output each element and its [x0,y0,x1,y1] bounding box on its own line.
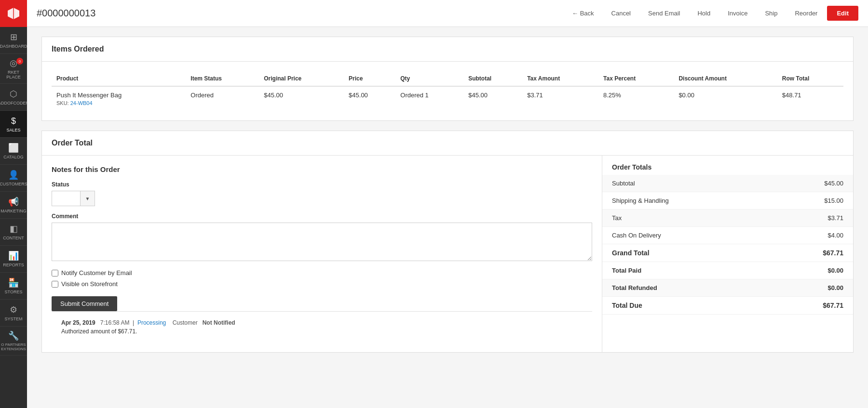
dashboard-icon: ⊞ [10,32,17,42]
history-section: Apr 25, 2019 7:16:58 AM | Processing Cus… [52,311,592,342]
history-time: 7:16:58 AM [100,319,130,326]
order-total-title: Order Total [42,131,853,156]
sidebar-item-addofcoder[interactable]: ⬡ Addofcoder [0,84,27,111]
visible-label[interactable]: Visible on Storefront [61,280,118,288]
grand-total-value: $67.71 [767,244,853,262]
shipping-row: Shipping & Handling $15.00 [602,192,853,210]
tax-amount-cell: $3.71 [522,86,598,111]
subtotal-value: $45.00 [767,175,853,192]
item-status-cell: Ordered [186,86,259,111]
grand-total-row: Grand Total $67.71 [602,244,853,262]
cancel-button[interactable]: Cancel [604,7,638,20]
row-total-cell: $48.71 [777,86,843,111]
visible-checkbox[interactable] [52,281,58,288]
content-area: Items Ordered Product Item Status Origin… [27,27,868,408]
status-input[interactable] [52,191,81,206]
comment-group: Comment [52,213,592,263]
order-totals-title: Order Totals [602,156,853,175]
main-content: #0000000013 ← Back Cancel Send Email Hol… [27,0,868,408]
total-paid-value: $0.00 [767,262,853,279]
product-name: Push It Messenger Bag [56,92,122,99]
col-original-price: Original Price [259,71,344,86]
shipping-value: $15.00 [767,192,853,210]
order-total-body: Notes for this Order Status ▼ Comment [42,156,853,352]
partners-icon: 🔧 [8,330,19,341]
notify-checkbox[interactable] [52,270,58,276]
sidebar-item-catalog[interactable]: ⬜ Catalog [0,138,27,165]
sidebar-item-content[interactable]: ◧ Content [0,219,27,246]
cod-label: Cash On Delivery [602,227,767,244]
table-row: Push It Messenger Bag SKU: 24-WB04 Order… [52,86,843,111]
tax-row: Tax $3.71 [602,210,853,227]
edit-button[interactable]: Edit [827,6,858,21]
notes-column: Notes for this Order Status ▼ Comment [42,156,602,352]
sidebar-item-partners[interactable]: 🔧 O Partners Extensions [0,327,27,355]
sku-link[interactable]: 24-WB04 [70,100,93,106]
comment-label: Comment [52,213,592,220]
catalog-icon: ⬜ [8,143,19,153]
sales-icon: $ [11,116,16,126]
sidebar-item-label: Addofcoder [0,101,27,105]
page-title: #0000000013 [37,8,564,19]
customers-icon: 👤 [8,170,19,180]
reorder-button[interactable]: Reorder [787,7,825,20]
sidebar-item-customers[interactable]: 👤 Customers [0,165,27,192]
sidebar-item-label: Sales [6,128,20,132]
history-status: Processing [137,319,166,326]
totals-column: Order Totals Subtotal $45.00 Shipping & … [602,156,853,352]
sidebar-item-dashboard[interactable]: ⊞ Dashboard [0,27,27,54]
tax-percent-cell: 8.25% [598,86,674,111]
stores-icon: 🏪 [8,277,19,288]
comment-textarea[interactable] [52,223,592,261]
col-product: Product [52,71,186,86]
col-item-status: Item Status [186,71,259,86]
status-dropdown-arrow[interactable]: ▼ [81,191,95,206]
sidebar-item-system[interactable]: ⚙ System [0,300,27,327]
tax-value: $3.71 [767,210,853,227]
total-due-value: $67.71 [767,297,853,315]
topbar: #0000000013 ← Back Cancel Send Email Hol… [27,0,868,27]
sidebar-item-label: Rket Place [1,70,26,79]
col-tax-amount: Tax Amount [522,71,598,86]
col-subtotal: Subtotal [463,71,522,86]
notify-checkbox-group: Notify Customer by Email [52,269,592,276]
sidebar-item-label: Dashboard [0,44,27,49]
discount-amount-cell: $0.00 [674,86,777,111]
product-cell: Push It Messenger Bag SKU: 24-WB04 [52,86,186,111]
back-button[interactable]: ← Back [564,7,602,20]
total-refunded-row: Total Refunded $0.00 [602,279,853,297]
submit-comment-button[interactable]: Submit Comment [52,296,117,311]
tax-label: Tax [602,210,767,227]
history-customer-label: Customer [173,319,198,326]
status-group: Status ▼ [52,181,592,206]
order-total-section: Order Total Notes for this Order Status … [41,131,854,353]
col-discount-amount: Discount Amount [674,71,777,86]
cod-row: Cash On Delivery $4.00 [602,227,853,244]
sidebar-item-sales[interactable]: $ Sales [0,111,27,138]
col-price: Price [344,71,395,86]
sku-label: SKU: [56,100,69,106]
subtotal-row: Subtotal $45.00 [602,175,853,192]
sidebar-item-marketing[interactable]: 📢 Marketing [0,192,27,219]
history-date: Apr 25, 2019 [61,319,95,326]
sidebar-item-marketplace[interactable]: 0 ◎ Rket Place [0,54,27,84]
logo[interactable] [0,0,27,27]
sidebar-item-label: Catalog [3,155,24,159]
marketing-icon: 📢 [8,197,19,207]
ship-button[interactable]: Ship [757,7,785,20]
notify-label[interactable]: Notify Customer by Email [61,269,132,276]
total-due-row: Total Due $67.71 [602,297,853,315]
items-ordered-title: Items Ordered [42,37,853,62]
sidebar-item-stores[interactable]: 🏪 Stores [0,273,27,300]
items-table: Product Item Status Original Price Price… [52,71,843,111]
subtotal-label: Subtotal [602,175,767,192]
sidebar-item-reports[interactable]: 📊 Reports [0,246,27,273]
total-refunded-value: $0.00 [767,279,853,297]
content-icon: ◧ [10,224,18,234]
invoice-button[interactable]: Invoice [720,7,755,20]
sidebar-item-label: System [4,316,22,321]
sidebar-item-label: Content [3,236,24,240]
history-customer-status: Not Notified [203,319,235,326]
send-email-button[interactable]: Send Email [640,7,688,20]
hold-button[interactable]: Hold [690,7,718,20]
